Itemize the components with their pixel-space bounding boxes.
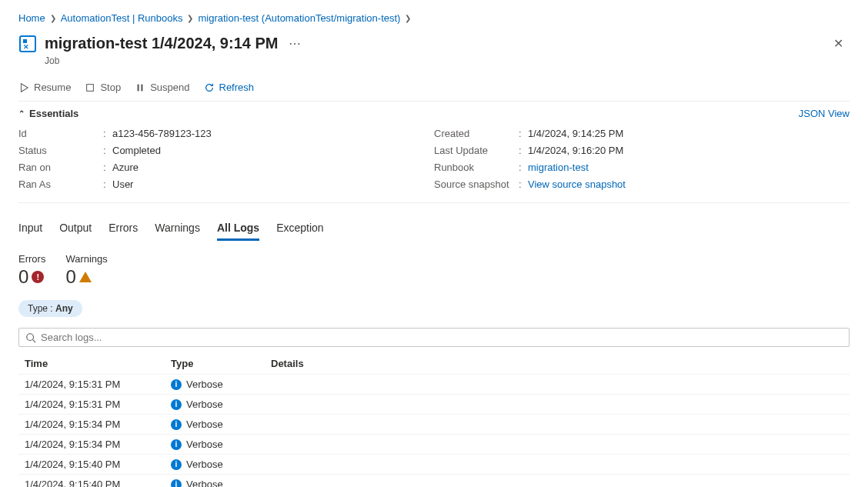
svg-line-7	[33, 339, 36, 342]
log-time: 1/4/2024, 9:15:40 PM	[25, 479, 171, 487]
page-title: migration-test 1/4/2024, 9:14 PM	[45, 35, 278, 52]
info-icon: i	[171, 479, 182, 488]
breadcrumb-item[interactable]: Home	[18, 12, 45, 24]
value-ran-as: User	[112, 176, 133, 193]
errors-label: Errors	[18, 253, 45, 265]
close-icon[interactable]: ✕	[827, 33, 850, 54]
label-id: Id	[18, 125, 103, 142]
info-icon: i	[171, 419, 182, 430]
json-view-link[interactable]: JSON View	[799, 108, 850, 119]
svg-point-6	[27, 333, 34, 340]
refresh-icon	[204, 82, 215, 93]
warnings-count: 0	[65, 266, 75, 288]
label-status: Status	[18, 142, 103, 159]
svg-text:✕: ✕	[23, 43, 29, 51]
value-id: a123-456-789123-123	[112, 125, 212, 142]
stop-icon	[85, 82, 95, 93]
play-icon	[18, 82, 29, 93]
tab-output[interactable]: Output	[59, 222, 92, 241]
info-icon: i	[171, 379, 182, 390]
warnings-label: Warnings	[65, 253, 107, 265]
type-filter-pill[interactable]: Type : Any	[18, 300, 82, 317]
label-snapshot: Source snapshot	[434, 176, 519, 193]
value-created: 1/4/2024, 9:14:25 PM	[528, 125, 623, 142]
search-box[interactable]	[18, 328, 850, 347]
tab-exception[interactable]: Exception	[276, 222, 323, 241]
more-icon[interactable]: ⋯	[285, 36, 304, 51]
stop-button[interactable]: Stop	[85, 82, 121, 93]
log-type: iVerbose	[171, 459, 271, 470]
breadcrumb-item[interactable]: migration-test (AutomationTest/migration…	[198, 12, 400, 24]
breadcrumb: Home ❯ AutomationTest | Runbooks ❯ migra…	[18, 12, 850, 24]
log-time: 1/4/2024, 9:15:31 PM	[25, 399, 171, 410]
info-icon: i	[171, 459, 182, 470]
log-row[interactable]: 1/4/2024, 9:15:40 PMiVerbose	[18, 455, 850, 475]
label-ran-on: Ran on	[18, 159, 103, 176]
search-input[interactable]	[41, 332, 843, 343]
info-icon: i	[171, 399, 182, 410]
svg-rect-5	[141, 84, 142, 91]
col-details-header[interactable]: Details	[271, 358, 843, 369]
link-source-snapshot[interactable]: View source snapshot	[528, 178, 626, 190]
essentials-toggle[interactable]: ⌃ Essentials JSON View	[18, 102, 850, 125]
warning-icon	[79, 272, 92, 282]
value-ran-on: Azure	[112, 159, 139, 176]
chevron-right-icon: ❯	[405, 14, 411, 22]
tab-all-logs[interactable]: All Logs	[217, 222, 259, 241]
log-row[interactable]: 1/4/2024, 9:15:31 PMiVerbose	[18, 375, 850, 395]
tab-input[interactable]: Input	[18, 222, 42, 241]
chevron-up-icon: ⌃	[18, 109, 25, 118]
search-icon	[25, 332, 36, 343]
errors-count: 0	[18, 266, 28, 288]
log-time: 1/4/2024, 9:15:34 PM	[25, 419, 171, 430]
error-icon: !	[32, 271, 44, 283]
tabs: InputOutputErrorsWarningsAll LogsExcepti…	[18, 212, 850, 242]
label-ran-as: Ran As	[18, 176, 103, 193]
log-table-header: Time Type Details	[18, 353, 850, 375]
label-runbook: Runbook	[434, 159, 519, 176]
resume-button[interactable]: Resume	[18, 82, 71, 93]
tab-errors[interactable]: Errors	[108, 222, 138, 241]
svg-rect-3	[87, 84, 94, 91]
log-time: 1/4/2024, 9:15:40 PM	[25, 459, 171, 470]
suspend-button[interactable]: Suspend	[135, 82, 189, 93]
log-row[interactable]: 1/4/2024, 9:15:34 PMiVerbose	[18, 415, 850, 435]
log-type: iVerbose	[171, 419, 271, 430]
log-type: iVerbose	[171, 379, 271, 390]
link-runbook[interactable]: migration-test	[528, 162, 589, 173]
info-icon: i	[171, 439, 182, 450]
col-type-header[interactable]: Type	[171, 358, 271, 369]
log-row[interactable]: 1/4/2024, 9:15:40 PMiVerbose	[18, 475, 850, 487]
log-type: iVerbose	[171, 439, 271, 450]
value-status: Completed	[112, 142, 161, 159]
page-subtitle: Job	[45, 55, 850, 66]
log-table-body: 1/4/2024, 9:15:31 PMiVerbose1/4/2024, 9:…	[18, 375, 850, 487]
breadcrumb-item[interactable]: AutomationTest | Runbooks	[61, 12, 183, 24]
log-time: 1/4/2024, 9:15:34 PM	[25, 439, 171, 450]
log-time: 1/4/2024, 9:15:31 PM	[25, 379, 171, 390]
chevron-right-icon: ❯	[187, 14, 193, 22]
label-last-update: Last Update	[434, 142, 519, 159]
log-counters: Errors 0! Warnings 0	[18, 253, 850, 288]
runbook-job-icon: ✕	[18, 35, 37, 53]
log-type: iVerbose	[171, 479, 271, 487]
value-last-update: 1/4/2024, 9:16:20 PM	[528, 142, 623, 159]
refresh-button[interactable]: Refresh	[204, 82, 255, 93]
essentials: Id:a123-456-789123-123 Status:Completed …	[18, 125, 850, 203]
log-row[interactable]: 1/4/2024, 9:15:31 PMiVerbose	[18, 395, 850, 415]
svg-rect-4	[138, 84, 139, 91]
pause-icon	[135, 82, 145, 93]
log-type: iVerbose	[171, 399, 271, 410]
col-time-header[interactable]: Time	[25, 358, 171, 369]
label-created: Created	[434, 125, 519, 142]
tab-warnings[interactable]: Warnings	[155, 222, 200, 241]
chevron-right-icon: ❯	[50, 14, 56, 22]
log-row[interactable]: 1/4/2024, 9:15:34 PMiVerbose	[18, 435, 850, 455]
command-bar: Resume Stop Suspend Refresh	[18, 77, 850, 102]
